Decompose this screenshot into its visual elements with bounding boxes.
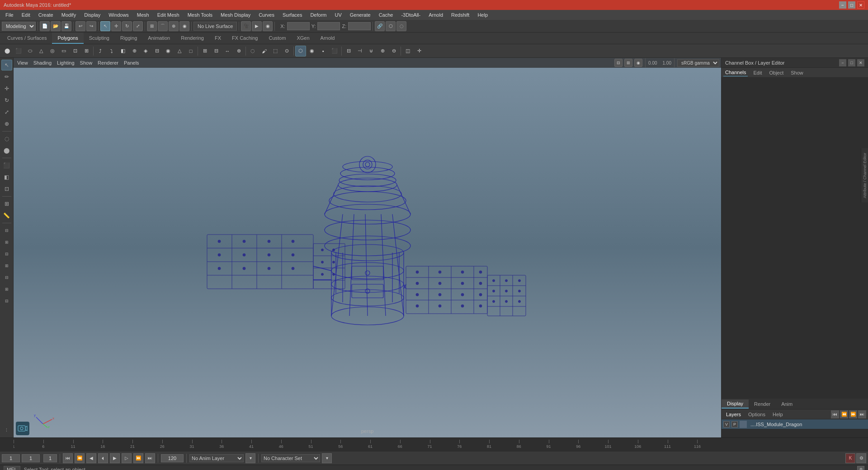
play-fwd-btn[interactable]: ▶ [110,453,120,463]
frame-step-input[interactable] [43,454,57,462]
tweak-btn[interactable]: ✛ [414,46,425,56]
slide-edge-btn[interactable]: ↔ [222,46,233,56]
menu-item-mesh-display[interactable]: Mesh Display [217,11,254,19]
status-btn1[interactable]: ⚙ [857,466,864,470]
end-frame-input[interactable] [161,454,184,462]
tab-object[interactable]: Object [767,69,785,76]
layer-prev-btn[interactable]: ⏮ [831,410,839,418]
lighting-menu[interactable]: Lighting [55,60,76,66]
smooth-btn[interactable]: ◉ [163,46,174,56]
bridge-btn[interactable]: ⤵ [106,46,117,56]
menu-item-redshift[interactable]: Redshift [448,11,473,19]
universal-tool[interactable]: ⊕ [1,118,12,129]
minimize-button[interactable]: − [839,1,846,9]
separate-btn[interactable]: ⊖ [388,46,399,56]
grid-options-btn1[interactable]: ⊟ [1,225,12,236]
menu-item-curves[interactable]: Curves [255,11,278,19]
tab-xgen[interactable]: XGen [291,33,315,44]
restore-button[interactable]: □ [848,1,855,9]
uv-btn[interactable]: ⊟ [343,46,354,56]
live-surface-btn[interactable]: No Live Surface [193,22,237,31]
char-set-btn[interactable]: ▾ [322,453,332,463]
render-btn[interactable]: ▶ [252,21,262,31]
layers-tab-layers[interactable]: Layers [723,411,744,418]
menu-item-generate[interactable]: Generate [346,11,374,19]
redo-btn[interactable]: ↪ [86,21,96,31]
renderer-menu[interactable]: Renderer [96,60,120,66]
tab-polygons[interactable]: Polygons [52,33,83,44]
boolean-btn[interactable]: ⊎ [366,46,377,56]
y-input[interactable] [317,22,340,30]
vp-icon-2[interactable]: ⊞ [624,59,632,67]
soft-select-icon-btn[interactable]: ◌ [247,46,258,56]
plane-btn[interactable]: ▭ [58,46,69,56]
gamma-select[interactable]: sRGB gamma [677,59,719,67]
open-btn[interactable]: 📂 [51,21,61,31]
append-poly-tool[interactable]: ◧ [1,172,12,183]
selection-mask-btn[interactable]: ⬡ [386,21,396,31]
sphere-btn[interactable]: ⬤ [2,46,13,56]
layer-next-btn[interactable]: ⏩ [849,410,857,418]
tab-sculpting[interactable]: Sculpting [84,33,115,44]
grid-options-btn6[interactable]: ⊞ [1,284,12,295]
grid-options-btn7[interactable]: ⊟ [1,296,12,306]
snap-point-btn[interactable]: ⊕ [169,21,179,31]
triangulate-btn[interactable]: △ [174,46,185,56]
wireframe-btn[interactable]: ⬡ [295,46,306,56]
tab-edit[interactable]: Edit [751,69,764,76]
viewport[interactable]: View Shading Lighting Show Renderer Pane… [14,58,721,437]
ipr-btn[interactable]: ◉ [263,21,273,31]
menu-item-modify[interactable]: Modify [58,11,80,19]
pipe-btn[interactable]: ⊞ [81,46,92,56]
layer-back-btn[interactable]: ⏪ [840,410,848,418]
disp-tab-anim[interactable]: Anim [776,400,798,408]
grid-options-btn4[interactable]: ⊞ [1,260,12,271]
insert-loop-btn[interactable]: ⊞ [199,46,210,56]
viewport-canvas[interactable]: persp y x z [14,68,721,437]
cb-close-btn[interactable]: ✕ [857,59,864,66]
tab-curves-surfaces[interactable]: Curves / Surfaces [2,33,52,44]
transform-component-btn[interactable]: ⊕ [233,46,244,56]
snap-view-btn[interactable]: ◉ [179,21,189,31]
cb-float-btn[interactable]: □ [848,59,855,66]
merge-btn[interactable]: ⊕ [129,46,140,56]
tab-fx-caching[interactable]: FX Caching [226,33,263,44]
workspace-select[interactable]: Modeling [2,22,36,31]
menu-item-mesh[interactable]: Mesh [133,11,153,19]
scale-tool[interactable]: ⤢ [1,107,12,118]
play-back-btn[interactable]: ⏴ [98,453,108,463]
menu-item-display[interactable]: Display [80,11,104,19]
new-btn[interactable]: 📄 [40,21,50,31]
smooth-shade-btn[interactable]: ◉ [307,46,317,56]
grid-options-btn3[interactable]: ⊟ [1,249,12,259]
render-settings-btn[interactable]: 🎥 [241,21,251,31]
quadrangulate-btn[interactable]: □ [185,46,196,56]
anim-layer-btn[interactable]: ▾ [245,453,255,463]
undo-btn[interactable]: ↩ [75,21,85,31]
cube-btn[interactable]: ⬛ [13,46,24,56]
next-key-btn[interactable]: ▷ [122,453,132,463]
cylinder-btn[interactable]: ⬭ [24,46,35,56]
bevel-btn[interactable]: ◧ [118,46,128,56]
attr-editor-tab[interactable]: Attribute / Channel Editor [861,148,868,202]
scale-tool-btn[interactable]: ⤢ [133,21,143,31]
soft-mod-tool[interactable]: ◌ [1,133,12,144]
subdivide-btn[interactable]: ⊟ [151,46,162,56]
tab-animation[interactable]: Animation [142,33,175,44]
select-tool[interactable]: ↖ [1,60,12,70]
combine-btn[interactable]: ⊕ [377,46,388,56]
measure-tool[interactable]: 📏 [1,210,12,221]
menu-item-windows[interactable]: Windows [105,11,132,19]
show-manip-tool[interactable]: ⊞ [1,198,12,209]
construct-history-btn[interactable]: 🔗 [375,21,385,31]
go-end-btn[interactable]: ⏭ [145,453,155,463]
mel-mode[interactable]: MEL [4,466,20,470]
menu-item-help[interactable]: Help [474,11,491,19]
anim-layer-select[interactable]: No Anim Layer [189,454,244,462]
menu-item-edit[interactable]: Edit [18,11,34,19]
menu-item-deform[interactable]: Deform [307,11,330,19]
select-tool-btn[interactable]: ↖ [100,21,110,31]
menu-item-uv[interactable]: UV [331,11,345,19]
snap-grid-btn[interactable]: ⊞ [147,21,157,31]
save-btn[interactable]: 💾 [61,21,71,31]
